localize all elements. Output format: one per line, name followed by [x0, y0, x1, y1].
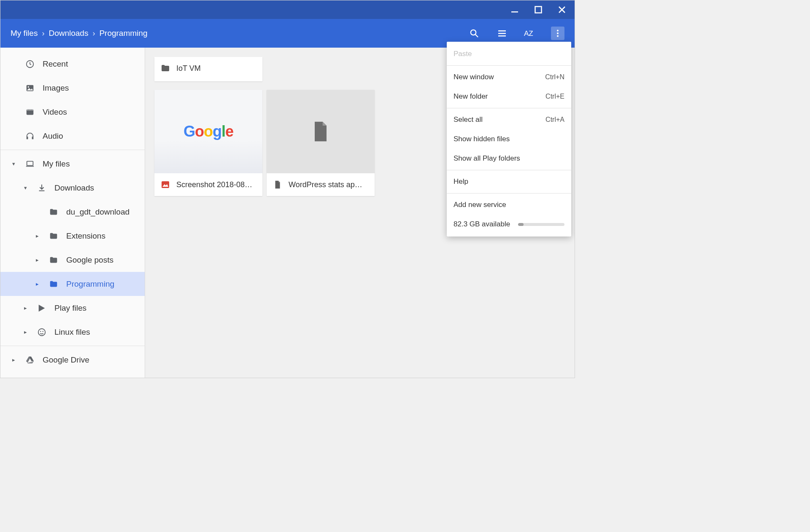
maximize-button[interactable] [532, 4, 544, 16]
sidebar-item-images[interactable]: Images [0, 76, 145, 100]
svg-point-10 [557, 35, 559, 37]
sidebar-label: Programming [66, 279, 114, 289]
folder-tile[interactable]: IoT VM [154, 57, 262, 81]
sidebar-item-du-gdt[interactable]: du_gdt_download [0, 200, 145, 224]
menu-label: Select all [454, 116, 483, 124]
menu-show-hidden[interactable]: Show hidden files [447, 129, 571, 149]
svg-rect-4 [498, 30, 506, 32]
chevron-right-icon: › [92, 29, 95, 38]
thumbnail-preview: Google [154, 90, 262, 173]
storage-bar [518, 223, 564, 226]
chevron-right-icon: ▸ [33, 233, 41, 239]
sidebar-item-videos[interactable]: Videos [0, 100, 145, 124]
tile-label: IoT VM [176, 64, 201, 73]
chevron-right-icon: › [42, 29, 44, 38]
svg-point-13 [28, 86, 29, 87]
sidebar-label: Google posts [66, 255, 113, 265]
breadcrumb-item-programming[interactable]: Programming [99, 29, 147, 38]
sidebar-label: Images [43, 83, 69, 93]
sidebar-item-recent[interactable]: Recent [0, 52, 145, 76]
sidebar-label: Google Drive [43, 355, 89, 365]
sidebar-item-extensions[interactable]: ▸ Extensions [0, 224, 145, 248]
image-file-icon [160, 180, 170, 190]
image-icon [25, 83, 35, 93]
laptop-icon [25, 159, 35, 169]
folder-icon [49, 207, 59, 217]
sidebar-item-programming[interactable]: ▸ Programming [0, 272, 145, 296]
menu-select-all[interactable]: Select all Ctrl+A [447, 110, 571, 129]
window-titlebar [0, 0, 575, 19]
svg-point-18 [30, 110, 31, 110]
chevron-right-icon: ▸ [33, 281, 41, 287]
folder-icon [49, 279, 59, 289]
sidebar-label: Downloads [54, 183, 94, 193]
sidebar-item-myfiles[interactable]: ▾ My files [0, 152, 145, 176]
minimize-button[interactable] [509, 4, 521, 16]
breadcrumb-item-myfiles[interactable]: My files [11, 29, 38, 38]
file-tile-screenshot[interactable]: Google Screenshot 2018-08… [154, 90, 262, 196]
menu-label: Help [454, 177, 468, 186]
sidebar-label: Videos [43, 107, 67, 117]
svg-rect-5 [498, 33, 506, 34]
chevron-right-icon: ▸ [33, 257, 41, 263]
play-icon [37, 303, 47, 313]
sidebar-item-google-posts[interactable]: ▸ Google posts [0, 248, 145, 272]
search-icon[interactable] [467, 27, 481, 40]
sidebar-item-downloads[interactable]: ▾ Downloads [0, 176, 145, 200]
sidebar-label: Play files [54, 304, 86, 313]
menu-label: New folder [454, 92, 488, 101]
linux-icon [37, 327, 47, 337]
menu-separator [447, 108, 571, 108]
google-logo-preview: Google [184, 123, 233, 140]
breadcrumb-item-downloads[interactable]: Downloads [49, 29, 88, 38]
svg-point-27 [43, 330, 43, 331]
drive-icon [25, 355, 35, 365]
file-icon [273, 180, 283, 190]
svg-rect-28 [162, 181, 169, 188]
menu-help[interactable]: Help [447, 172, 571, 191]
headphones-icon [25, 131, 35, 141]
svg-line-3 [475, 35, 478, 37]
sidebar-label: Linux files [54, 328, 90, 337]
storage-label: 82.3 GB available [454, 220, 510, 228]
sort-az-icon[interactable]: AZ [523, 27, 537, 40]
sidebar-label: Extensions [66, 231, 105, 241]
sidebar-item-play-files[interactable]: ▸ Play files [0, 296, 145, 320]
download-icon [37, 183, 47, 193]
more-options-icon[interactable] [551, 27, 564, 40]
folder-icon [49, 231, 59, 241]
sidebar-item-audio[interactable]: Audio [0, 124, 145, 148]
divider [0, 150, 145, 150]
svg-point-2 [471, 30, 476, 35]
view-list-icon[interactable] [495, 27, 509, 40]
svg-point-8 [557, 30, 559, 32]
chevron-right-icon: ▸ [10, 357, 17, 363]
chevron-right-icon: ▸ [22, 305, 29, 311]
menu-shortcut: Ctrl+A [545, 116, 564, 124]
close-button[interactable] [556, 4, 568, 16]
svg-rect-1 [535, 7, 542, 13]
storage-indicator: 82.3 GB available [447, 215, 571, 234]
menu-label: Show hidden files [454, 135, 510, 143]
menu-new-folder[interactable]: New folder Ctrl+E [447, 87, 571, 106]
menu-add-service[interactable]: Add new service [447, 195, 571, 215]
menu-label: New window [454, 73, 494, 81]
sidebar-item-linux-files[interactable]: ▸ Linux files [0, 320, 145, 344]
breadcrumb: My files › Downloads › Programming [11, 29, 467, 38]
folder-icon [160, 63, 170, 73]
svg-point-17 [29, 110, 29, 110]
svg-point-19 [32, 110, 32, 110]
tile-label: WordPress stats ap… [289, 180, 362, 189]
content-area: Recent Images Videos [0, 48, 575, 378]
menu-label: Show all Play folders [454, 154, 520, 163]
folder-icon [49, 255, 59, 265]
sidebar-label: Recent [43, 59, 68, 69]
svg-rect-20 [27, 136, 28, 139]
svg-text:AZ: AZ [524, 30, 533, 38]
menu-show-play-folders[interactable]: Show all Play folders [447, 149, 571, 168]
menu-label: Paste [454, 50, 472, 58]
sidebar-item-google-drive[interactable]: ▸ Google Drive [0, 348, 145, 372]
file-tile-wordpress[interactable]: WordPress stats ap… [267, 90, 375, 196]
menu-new-window[interactable]: New window Ctrl+N [447, 67, 571, 87]
tile-label: Screenshot 2018-08… [176, 180, 252, 189]
